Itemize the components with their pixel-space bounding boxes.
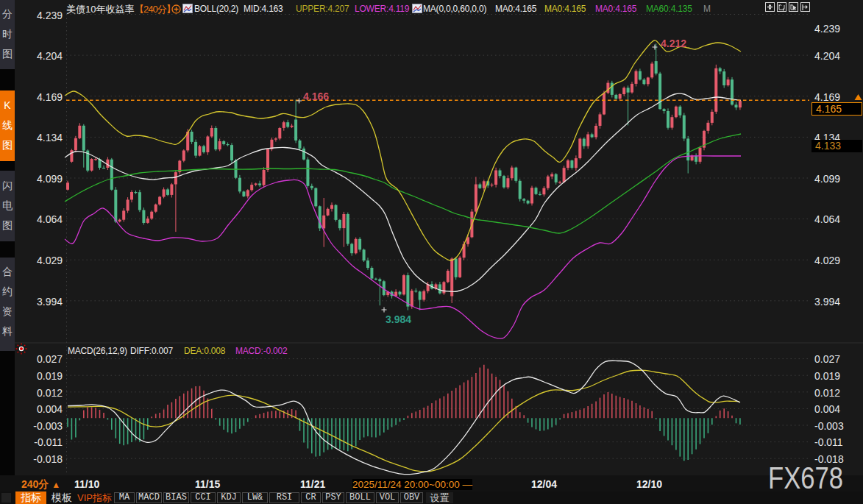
svg-text:FX678: FX678 — [768, 462, 843, 493]
